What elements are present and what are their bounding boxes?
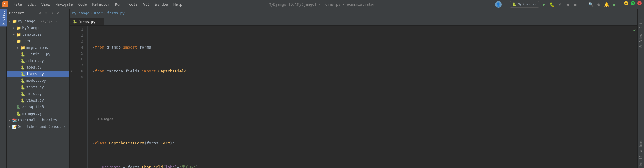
line-numbers: 1 2 3 4 5 6 7 8 9 xyxy=(74,26,88,168)
folder-mydjango-sub-icon: 📁 xyxy=(16,25,21,30)
project-tab[interactable]: Project xyxy=(0,9,7,26)
linenum-3: 3 xyxy=(74,38,85,44)
sp11: ): xyxy=(170,140,175,146)
sidebar-item-migrations[interactable]: ▶ 📁 migrations xyxy=(7,44,69,51)
file-forms-icon: 🐍 xyxy=(20,72,25,76)
code-content[interactable]: ▾ from django import forms ▾ xyxy=(88,26,637,168)
collapse-all-icon[interactable]: ≡ xyxy=(44,10,49,16)
linenum-4: 4 xyxy=(74,44,85,50)
maximize-button[interactable]: □ xyxy=(631,1,635,5)
more-run-button[interactable]: ⋮ xyxy=(580,1,586,8)
arg-label-6: label xyxy=(165,164,177,168)
arrow-mydjango-sub: ▶ xyxy=(12,26,16,30)
gutter-5 xyxy=(70,50,74,56)
gutter-2 xyxy=(70,32,74,38)
gutter-6 xyxy=(70,56,74,62)
breadcrumb-user[interactable]: user xyxy=(94,11,103,15)
sidebar-item-manage[interactable]: ▶ 🐍 manage.py xyxy=(7,110,69,117)
tab-forms-close[interactable]: ✕ xyxy=(97,20,101,24)
notifications-button[interactable]: 🔔 xyxy=(603,1,610,8)
sidebar-item-tests[interactable]: ▶ 🐍 tests.py xyxy=(7,84,69,90)
arrow-migrations: ▶ xyxy=(16,46,20,49)
sidebar-item-urls[interactable]: ▶ 🐍 urls.py xyxy=(7,90,69,97)
sp10: . xyxy=(158,140,161,146)
sidebar-item-ext-libs[interactable]: ▶ 📚 External Libraries xyxy=(7,117,69,123)
menu-run[interactable]: Run xyxy=(113,2,124,7)
code-editor[interactable]: ▷ 1 2 3 4 5 6 7 8 9 xyxy=(70,26,637,168)
vtab-database[interactable]: Database xyxy=(638,10,644,31)
code-line-1: ▾ from django import forms xyxy=(92,44,637,50)
minimize-button[interactable]: — xyxy=(624,1,628,5)
menu-help[interactable]: Help xyxy=(171,2,185,7)
title-bar: J File Edit View Navigate Code Refactor … xyxy=(0,0,644,9)
sidebar-item-db[interactable]: ▶ 🗄 db.sqlite3 xyxy=(7,104,69,110)
breadcrumb-sep-1: › xyxy=(91,11,93,15)
arrow-user: ▾ xyxy=(12,39,16,43)
breadcrumb-mydjango[interactable]: MyDjango xyxy=(72,11,89,15)
account-icon[interactable]: 👤 xyxy=(495,1,502,8)
sp8 xyxy=(107,140,109,146)
breadcrumb-forms[interactable]: forms.py xyxy=(107,11,125,15)
sidebar-item-admin[interactable]: ▶ 🐍 admin.py xyxy=(7,57,69,64)
sidebar-item-mydjango-sub[interactable]: ▶ 📁 MyDjango xyxy=(7,25,69,31)
sidebar-item-apps[interactable]: ▶ 🐍 apps.py xyxy=(7,64,69,71)
sort-icon[interactable]: ↕ xyxy=(50,10,55,16)
stop-button[interactable]: ■ xyxy=(572,1,579,8)
sidebar-item-user[interactable]: ▾ 📁 user xyxy=(7,38,69,44)
profile-button[interactable]: ◀ xyxy=(564,1,571,8)
run-button[interactable]: ▶ xyxy=(541,1,547,8)
label-manage: manage.py xyxy=(22,111,42,116)
settings-button[interactable]: ⚙ xyxy=(595,1,602,8)
account-dropdown[interactable]: ▾ xyxy=(503,2,505,6)
linenum-1: 1 xyxy=(74,26,85,32)
gutter-7 xyxy=(70,62,74,68)
sp7 xyxy=(156,68,158,74)
run-config-selector[interactable]: 🐍 MyDjango ▾ xyxy=(510,1,539,8)
settings-sidebar-icon[interactable]: ⚙ xyxy=(56,10,61,16)
sidebar-item-views[interactable]: ▶ 🐍 views.py xyxy=(7,97,69,104)
vtab-notifications[interactable]: Notifications xyxy=(638,137,644,168)
label-tests: tests.py xyxy=(26,85,44,89)
window-controls: 👤 ▾ 🐍 MyDjango ▾ ▶ 🐛 ⚡ ◀ ■ ⋮ 🔍 ⚙ 🔔 ● xyxy=(495,1,642,8)
kw-import-2: import xyxy=(142,68,156,74)
file-admin-icon: 🐍 xyxy=(20,58,25,63)
label-apps: apps.py xyxy=(26,65,42,69)
menu-file[interactable]: File xyxy=(11,2,24,7)
ide-button[interactable]: ● xyxy=(611,1,618,8)
cls-form: Form xyxy=(161,140,170,146)
indent-6 xyxy=(92,164,102,168)
menu-navigate[interactable]: Navigate xyxy=(53,2,75,7)
sidebar-item-forms[interactable]: ▶ 🐍 forms.py xyxy=(7,71,69,77)
code-line-6: username = forms . CharField ( label = '… xyxy=(92,164,637,168)
code-line-3 xyxy=(92,92,637,98)
vtab-sciview[interactable]: SciView xyxy=(638,31,644,50)
menu-refactor[interactable]: Refactor xyxy=(90,2,112,7)
fold-5: ▾ xyxy=(92,140,94,146)
root-folder-icon: 📁 xyxy=(12,19,17,24)
sidebar-item-models[interactable]: ▶ 🐍 models.py xyxy=(7,77,69,84)
code-gutter: ▷ xyxy=(70,26,74,168)
label-models: models.py xyxy=(26,78,46,83)
debug-button[interactable]: 🐛 xyxy=(549,1,555,8)
code-line-2: ▾ from captcha . fields import CaptchaFi… xyxy=(92,68,637,74)
mod-captcha: captcha xyxy=(107,68,123,74)
search-everywhere-button[interactable]: 🔍 xyxy=(588,1,594,8)
hide-sidebar-icon[interactable]: — xyxy=(62,10,67,16)
sidebar-actions: ⊕ ≡ ↕ ⚙ — xyxy=(38,10,67,16)
sp14: ( xyxy=(163,164,165,168)
menu-code[interactable]: Code xyxy=(76,2,89,7)
sidebar-item-scratches[interactable]: ▶ 📝 Scratches and Consoles xyxy=(7,123,69,130)
tree-root[interactable]: ▾ 📁 MyDjango D:\MyDjango xyxy=(7,18,69,25)
menu-window[interactable]: Window xyxy=(153,2,170,7)
sidebar-item-templates[interactable]: ▶ 📁 templates xyxy=(7,31,69,38)
sidebar-item-init[interactable]: ▶ 🐍 __init__.py xyxy=(7,51,69,57)
tab-forms[interactable]: 🐍 forms.py ✕ xyxy=(70,18,104,25)
locate-file-icon[interactable]: ⊕ xyxy=(38,10,43,16)
menu-edit[interactable]: Edit xyxy=(25,2,38,7)
menu-vcs[interactable]: VCS xyxy=(141,2,152,7)
menu-tools[interactable]: Tools xyxy=(125,2,140,7)
menu-view[interactable]: View xyxy=(39,2,53,7)
tab-forms-icon: 🐍 xyxy=(73,20,77,24)
close-button[interactable]: ✕ xyxy=(637,1,642,5)
coverage-button[interactable]: ⚡ xyxy=(556,1,563,8)
